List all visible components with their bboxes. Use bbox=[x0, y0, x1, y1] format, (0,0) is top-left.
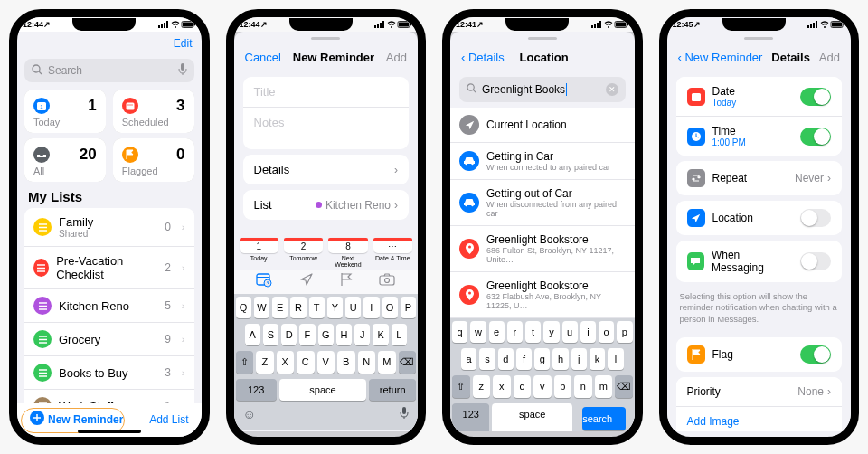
key[interactable]: C bbox=[297, 351, 315, 374]
dictate-icon[interactable] bbox=[400, 407, 409, 422]
add-button[interactable]: Add bbox=[819, 51, 840, 64]
key[interactable]: R bbox=[290, 297, 306, 318]
grabber[interactable] bbox=[528, 37, 557, 40]
key[interactable]: Q bbox=[236, 297, 251, 318]
key[interactable]: o bbox=[599, 321, 614, 343]
key[interactable]: B bbox=[337, 351, 355, 374]
flag-toggle[interactable] bbox=[800, 345, 831, 364]
key[interactable]: Z bbox=[256, 351, 274, 374]
key[interactable]: A bbox=[245, 324, 260, 345]
key[interactable]: k bbox=[590, 348, 605, 370]
key[interactable]: F bbox=[299, 324, 315, 345]
calendar-action-icon[interactable] bbox=[257, 273, 271, 288]
grabber[interactable] bbox=[311, 37, 340, 40]
key[interactable]: i bbox=[580, 321, 596, 343]
key[interactable]: j bbox=[571, 348, 587, 370]
back-button[interactable]: ‹ Details bbox=[461, 51, 505, 64]
key[interactable]: L bbox=[392, 324, 407, 345]
key-backspace[interactable]: ⌫ bbox=[399, 351, 417, 374]
key[interactable]: r bbox=[507, 321, 523, 343]
home-indicator[interactable] bbox=[78, 430, 141, 433]
add-image-cell[interactable]: Add Image bbox=[676, 407, 843, 431]
title-input[interactable]: Title bbox=[243, 77, 410, 108]
location-cell[interactable]: Location bbox=[676, 201, 843, 235]
key[interactable]: a bbox=[461, 348, 476, 370]
emoji-icon[interactable]: ☺ bbox=[243, 407, 256, 422]
key[interactable]: d bbox=[498, 348, 514, 370]
messaging-toggle[interactable] bbox=[800, 252, 831, 270]
key[interactable]: O bbox=[382, 297, 398, 318]
key-shift[interactable]: ⇧ bbox=[452, 375, 470, 398]
location-result-row[interactable]: Greenlight Bookstore632 Flatbush Ave, Br… bbox=[450, 272, 635, 318]
card-all[interactable]: 20 All bbox=[24, 138, 106, 182]
key[interactable]: l bbox=[608, 348, 623, 370]
keyboard[interactable]: qwertyuiop asdfghjkl ⇧zxcvbnm⌫ 123 space… bbox=[450, 318, 635, 431]
key[interactable]: e bbox=[489, 321, 505, 343]
key[interactable]: p bbox=[617, 321, 632, 343]
key-shift[interactable]: ⇧ bbox=[236, 351, 254, 374]
quick-date-option[interactable]: 8Next Weekend bbox=[328, 238, 367, 268]
key[interactable]: z bbox=[473, 375, 491, 398]
quick-date-option[interactable]: 1Today bbox=[240, 238, 278, 268]
list-row[interactable]: Pre-Vacation Checklist2› bbox=[24, 247, 194, 289]
repeat-cell[interactable]: Repeat Never› bbox=[676, 161, 843, 195]
key[interactable]: t bbox=[525, 321, 541, 343]
key[interactable]: q bbox=[452, 321, 467, 343]
priority-cell[interactable]: Priority None› bbox=[676, 377, 843, 407]
key[interactable]: v bbox=[533, 375, 552, 398]
details-row[interactable]: Details › bbox=[243, 155, 410, 184]
new-reminder-button[interactable]: New Reminder bbox=[30, 411, 123, 428]
location-result-row[interactable]: Current Location bbox=[450, 108, 635, 143]
key-space[interactable]: space bbox=[492, 403, 572, 431]
list-row[interactable]: Kitchen Reno5› bbox=[24, 289, 194, 323]
location-result-row[interactable]: Getting in CarWhen connected to any pair… bbox=[450, 143, 635, 180]
add-button[interactable]: Add bbox=[386, 51, 407, 64]
key-return[interactable]: return bbox=[369, 379, 416, 401]
key[interactable]: h bbox=[552, 348, 568, 370]
grabber[interactable] bbox=[744, 37, 773, 40]
flag-cell[interactable]: Flag bbox=[676, 337, 843, 372]
key[interactable]: J bbox=[354, 324, 370, 345]
key[interactable]: G bbox=[318, 324, 334, 345]
key[interactable]: m bbox=[595, 375, 613, 398]
date-toggle[interactable] bbox=[800, 88, 831, 106]
key[interactable]: W bbox=[254, 297, 269, 318]
key-space[interactable]: space bbox=[279, 379, 367, 401]
key[interactable]: y bbox=[543, 321, 559, 343]
key[interactable]: u bbox=[562, 321, 578, 343]
key[interactable]: S bbox=[263, 324, 278, 345]
card-scheduled[interactable]: 3 Scheduled bbox=[113, 90, 194, 133]
dictate-icon[interactable] bbox=[178, 63, 187, 79]
quick-date-option[interactable]: ⋯Date & Time bbox=[373, 238, 412, 268]
card-today[interactable]: 11 Today bbox=[24, 90, 106, 133]
list-row[interactable]: Books to Buy3› bbox=[24, 356, 194, 390]
flag-action-icon[interactable] bbox=[341, 273, 352, 288]
key[interactable]: b bbox=[554, 375, 572, 398]
key[interactable]: f bbox=[516, 348, 532, 370]
key[interactable]: n bbox=[574, 375, 592, 398]
back-button[interactable]: ‹ New Reminder bbox=[678, 51, 763, 64]
time-toggle[interactable] bbox=[800, 128, 831, 146]
clear-search-icon[interactable]: ✕ bbox=[606, 83, 618, 96]
key[interactable]: g bbox=[534, 348, 550, 370]
key[interactable]: N bbox=[358, 351, 376, 374]
key[interactable]: s bbox=[479, 348, 495, 370]
key-search[interactable]: search bbox=[582, 407, 625, 430]
key[interactable]: K bbox=[373, 324, 388, 345]
key[interactable]: V bbox=[317, 351, 335, 374]
keyboard[interactable]: QWERTYUIOP ASDFGHJKL ⇧ZXCVBNM⌫ 123 space… bbox=[234, 294, 419, 430]
key-123[interactable]: 123 bbox=[452, 403, 489, 431]
key-123[interactable]: 123 bbox=[236, 379, 277, 401]
key[interactable]: c bbox=[514, 375, 532, 398]
key[interactable]: M bbox=[378, 351, 396, 374]
key[interactable]: U bbox=[345, 297, 361, 318]
key[interactable]: H bbox=[336, 324, 352, 345]
messaging-cell[interactable]: When Messaging bbox=[676, 241, 843, 282]
key[interactable]: P bbox=[401, 297, 416, 318]
location-result-row[interactable]: Greenlight Bookstore686 Fulton St, Brook… bbox=[450, 226, 635, 272]
key[interactable]: Y bbox=[327, 297, 343, 318]
list-row[interactable]: FamilyShared0› bbox=[24, 208, 194, 247]
cancel-button[interactable]: Cancel bbox=[245, 51, 281, 64]
edit-button[interactable]: Edit bbox=[174, 37, 193, 50]
key[interactable]: X bbox=[277, 351, 295, 374]
